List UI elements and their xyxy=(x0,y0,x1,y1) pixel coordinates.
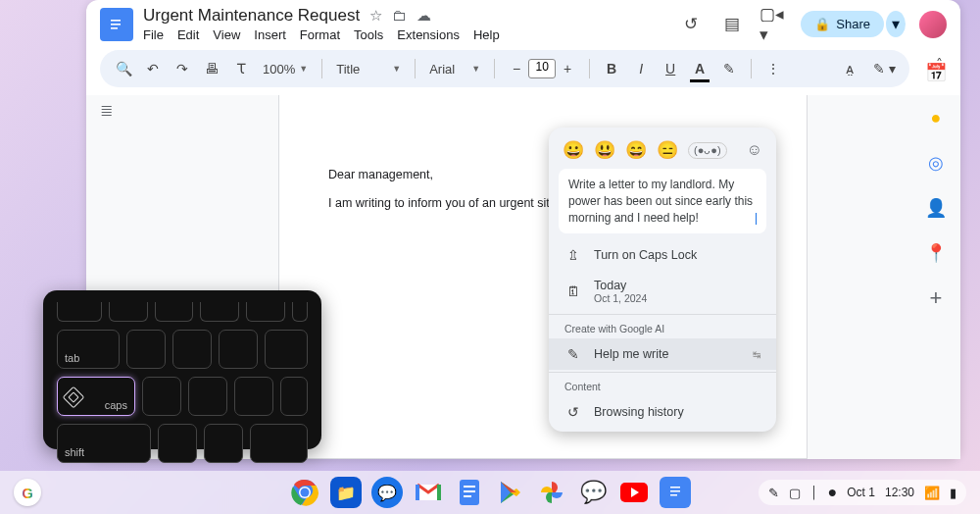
key-caps[interactable]: caps xyxy=(57,377,135,416)
font-select[interactable]: Arial▼ xyxy=(425,62,484,77)
browsing-history-item[interactable]: ↺ Browsing history xyxy=(549,396,776,428)
keep-app-icon[interactable]: ● xyxy=(922,104,950,131)
key-partial[interactable] xyxy=(57,302,102,322)
document-title[interactable]: Urgent Maintenance Request xyxy=(143,6,360,26)
history-icon[interactable]: ↺ xyxy=(677,11,705,38)
bold-button[interactable]: B xyxy=(600,57,623,80)
decrease-font-button[interactable]: − xyxy=(505,57,528,80)
side-panel: 📅 ● ◎ 👤 📍 + xyxy=(915,53,956,449)
emoji-bigsmile-icon[interactable]: 😄 xyxy=(625,139,647,161)
kaomoji-icon[interactable]: (●ᴗ●) xyxy=(688,142,727,159)
files-app-icon[interactable]: 📁 xyxy=(330,477,362,508)
emoji-neutral-icon[interactable]: 😑 xyxy=(657,139,678,161)
ai-prompt-input[interactable]: Write a letter to my landlord. My power … xyxy=(559,169,766,233)
quick-insert-popup: 😀 😃 😄 😑 (●ᴗ●) ☺ Write a letter to my lan… xyxy=(549,128,776,432)
youtube-app-icon[interactable] xyxy=(618,477,650,508)
ai-chip-icon[interactable]: ᴀ̤ xyxy=(838,57,861,80)
chat-app-icon[interactable]: 💬 xyxy=(577,477,609,508)
key-c[interactable] xyxy=(250,424,308,463)
increase-font-button[interactable]: + xyxy=(556,57,579,80)
comments-icon[interactable]: ▤ xyxy=(718,11,746,38)
docs-shortcut-icon[interactable] xyxy=(660,477,691,508)
play-store-icon[interactable] xyxy=(495,477,526,508)
key-q[interactable] xyxy=(126,330,166,369)
docs-logo-icon[interactable] xyxy=(100,8,133,41)
style-select[interactable]: Title▼ xyxy=(332,62,405,77)
status-date: Oct 1 xyxy=(847,486,875,499)
chrome-app-icon[interactable] xyxy=(289,477,320,508)
maps-app-icon[interactable]: 📍 xyxy=(922,239,950,267)
cloud-status-icon[interactable]: ☁ xyxy=(416,7,431,25)
emoji-grin-icon[interactable]: 😀 xyxy=(563,139,584,161)
today-label: Today xyxy=(594,279,647,292)
key-d[interactable] xyxy=(234,377,273,416)
zoom-select[interactable]: 100%▼ xyxy=(259,62,312,77)
star-icon[interactable]: ☆ xyxy=(369,7,382,25)
key-z[interactable] xyxy=(158,424,197,463)
tasks-app-icon[interactable]: ◎ xyxy=(922,149,950,177)
key-partial[interactable] xyxy=(109,302,148,322)
key-f[interactable] xyxy=(280,377,308,416)
today-date-item[interactable]: 🗓 Today Oct 1, 2024 xyxy=(549,271,776,312)
key-partial[interactable] xyxy=(200,302,239,322)
account-avatar[interactable] xyxy=(919,11,947,38)
key-partial[interactable] xyxy=(155,302,194,322)
caps-lock-item[interactable]: ⇫ Turn on Caps Lock xyxy=(549,239,776,271)
status-time: 12:30 xyxy=(885,486,914,499)
editing-mode-icon[interactable]: ✎ ▾ xyxy=(871,57,898,80)
emoji-smile-icon[interactable]: 😃 xyxy=(594,139,615,161)
search-icon[interactable]: 🔍 xyxy=(112,57,135,80)
underline-button[interactable]: U xyxy=(659,57,682,80)
add-app-icon[interactable]: + xyxy=(922,284,950,312)
move-icon[interactable]: 🗀 xyxy=(392,7,407,25)
key-r[interactable] xyxy=(265,330,308,369)
menu-insert[interactable]: Insert xyxy=(254,27,286,42)
share-dropdown-icon[interactable]: ▾ xyxy=(886,11,906,37)
help-me-write-label: Help me write xyxy=(594,347,668,361)
print-icon[interactable]: 🖶 xyxy=(200,57,223,80)
redo-icon[interactable]: ↷ xyxy=(171,57,194,80)
key-e[interactable] xyxy=(219,330,258,369)
key-shift[interactable]: shift xyxy=(57,424,151,463)
menu-tools[interactable]: Tools xyxy=(354,27,383,42)
photos-app-icon[interactable] xyxy=(536,477,567,508)
gmail-app-icon[interactable] xyxy=(413,477,444,508)
key-a[interactable] xyxy=(142,377,181,416)
svg-rect-17 xyxy=(670,494,677,496)
calendar-app-icon[interactable]: 📅 xyxy=(922,59,950,86)
text-color-button[interactable]: A xyxy=(688,57,711,80)
menu-view[interactable]: View xyxy=(213,27,240,42)
contacts-app-icon[interactable]: 👤 xyxy=(922,194,950,222)
meet-icon[interactable]: ▢◂ ▾ xyxy=(760,11,787,38)
emoji-picker-icon[interactable]: ☺ xyxy=(747,141,762,159)
undo-icon[interactable]: ↶ xyxy=(141,57,165,80)
menu-file[interactable]: File xyxy=(143,27,164,42)
more-tools-icon[interactable]: ⋮ xyxy=(761,57,785,80)
menu-format[interactable]: Format xyxy=(300,27,340,42)
italic-button[interactable]: I xyxy=(629,57,653,80)
shelf-apps: 📁 💬 💬 xyxy=(289,477,691,508)
menu-extensions[interactable]: Extensions xyxy=(397,27,460,42)
share-button[interactable]: 🔒 Share xyxy=(801,11,884,37)
font-size-input[interactable]: 10 xyxy=(528,59,556,78)
spellcheck-icon[interactable]: Ꚍ xyxy=(229,57,253,80)
launcher-button[interactable]: G xyxy=(14,479,41,506)
menu-edit[interactable]: Edit xyxy=(177,27,199,42)
docs-app-icon[interactable] xyxy=(454,477,485,508)
overview-tray-icon[interactable]: ▢ xyxy=(789,486,801,500)
highlight-button[interactable]: ✎ xyxy=(717,57,741,80)
key-s[interactable] xyxy=(188,377,227,416)
key-w[interactable] xyxy=(172,330,212,369)
svg-rect-0 xyxy=(111,20,121,22)
messenger-app-icon[interactable]: 💬 xyxy=(371,477,403,508)
help-me-write-item[interactable]: ✎ Help me write ↹ xyxy=(549,338,776,370)
key-partial[interactable] xyxy=(246,302,285,322)
stylus-tray-icon[interactable]: ✎ xyxy=(768,486,779,500)
svg-rect-11 xyxy=(464,490,475,492)
today-sub: Oct 1, 2024 xyxy=(594,292,647,304)
key-tab[interactable]: tab xyxy=(57,330,120,369)
key-x[interactable] xyxy=(204,424,243,463)
menu-help[interactable]: Help xyxy=(473,27,500,42)
status-tray[interactable]: ✎ ▢ │ ● Oct 1 12:30 📶 ▮ xyxy=(759,480,966,505)
key-partial[interactable] xyxy=(292,302,308,322)
